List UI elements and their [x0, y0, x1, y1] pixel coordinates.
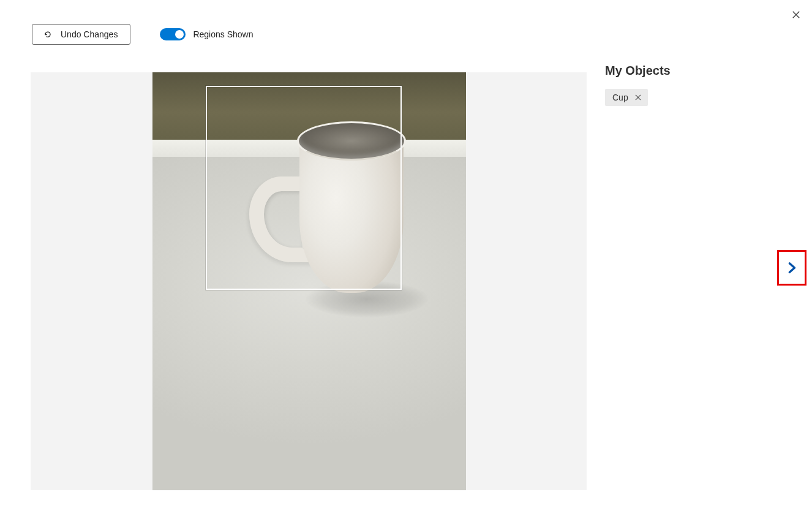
object-tag-label: Cup: [612, 93, 628, 102]
regions-shown-toggle[interactable]: Regions Shown: [160, 28, 253, 40]
toolbar: Undo Changes Regions Shown: [32, 23, 253, 45]
close-icon: [791, 9, 802, 20]
image-canvas[interactable]: [152, 72, 466, 490]
object-tag-chip: Cup: [605, 89, 648, 106]
image-stage: [31, 72, 587, 490]
objects-sidebar: My Objects Cup: [605, 64, 789, 106]
sidebar-title: My Objects: [605, 64, 789, 78]
regions-toggle-label: Regions Shown: [193, 29, 253, 39]
close-icon: [634, 93, 642, 102]
undo-changes-button[interactable]: Undo Changes: [32, 24, 130, 45]
chevron-right-icon: [785, 259, 799, 277]
object-tag-list: Cup: [605, 89, 789, 106]
close-button[interactable]: [789, 7, 803, 22]
undo-icon: [43, 30, 52, 39]
undo-button-label: Undo Changes: [61, 29, 118, 39]
remove-tag-button[interactable]: [633, 93, 643, 102]
next-image-button[interactable]: [777, 250, 806, 286]
detection-region-box[interactable]: [206, 86, 402, 290]
toggle-switch-icon: [160, 28, 186, 40]
